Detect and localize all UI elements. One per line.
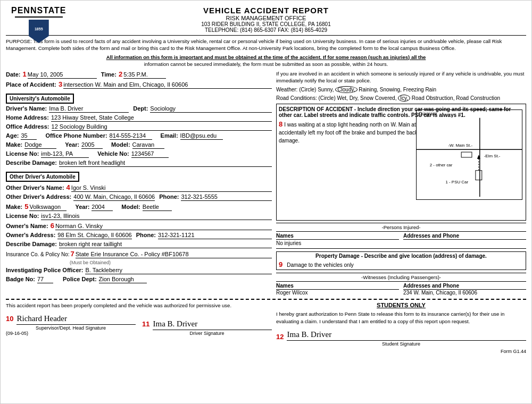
license-vehicle-row: License No: imb-123, PA Vehicle No: 1234… [6,150,272,158]
other-license-row: License No: isv1-23, Illinois [6,213,272,220]
model-value: Caravan [132,141,164,149]
diagram-area: Diagram -W. Main St.- -Elm St.- [416,110,522,200]
owner-name-value: Norman G. Vinsky [55,223,272,230]
badge-dept-row: Badge No: 77 Police Dept: Zion Borough [6,276,272,283]
other-make-year-model-row: Make: 5 Volkswagon Year: 2004 Model: Bee… [6,203,272,211]
sig3-cursive: Ima B. Driver [287,330,331,339]
owner-name-row: Owner's Name: 6 Norman G. Vinsky [6,222,272,230]
sig3-line: Ima B. Driver [287,328,526,341]
road-conditions-row: Road Conditions: (Circle) Wet, Dry, Snow… [276,95,526,102]
sig1-label: Supervisor/Dept. Head Signature [6,325,136,331]
desc-number: 8 [279,120,282,128]
svg-rect-2 [476,171,482,180]
date-label: Date: [6,71,21,78]
officer-label: Investigating Police Officer: [6,267,83,273]
sig2-number: 11 [142,320,149,328]
phone-value: 814-555-2134 [110,132,152,140]
vehicle-value: 1234567 [131,150,169,158]
driver-name-label: Driver's Name: [6,105,47,112]
insurance-row: Insurance Co. & Policy No: 7 State Erie … [6,250,272,258]
owner-address-row: Owner's Address: 98 Elm St. Chicago, Il … [6,232,272,239]
office-line: RISK MANAGEMENT OFFICE [201,15,330,21]
page: PENNSTATE 1855 VEHICLE ACCIDENT REPORT R… [0,0,532,404]
address-line: 103 RIDER BUILDING II, STATE COLLEGE, PA… [201,21,330,27]
vehicle-label: Vehicle No: [97,150,129,157]
left-column: Date: 1 May 10, 2005 Time: 2 5:35 P.M. P… [6,70,272,296]
diagram-svg: -W. Main St.- -Elm St.- 1 - PSU Car [417,117,522,197]
insurance-label: Insurance Co. & Policy No: [6,251,70,257]
other-license-value: isv1-23, Illinois [41,213,272,220]
other-driver-name-row: Other Driver's Name: 4 Igor S. Vinski [6,183,272,192]
owner-name-label: Owner's Name: [6,223,48,229]
road-main-label: -W. Main St.- [448,143,472,148]
footer-right: STUDENTS ONLY I hereby grant authorizati… [276,302,526,354]
dept-label: Dept: [133,105,148,112]
other-make-value: Volkswagon [29,204,66,211]
form-id: Form G1.44 [276,349,526,354]
right-column: If you are involved in an accident in wh… [276,70,526,296]
road-wet: Wet, [337,95,348,101]
age-label: Age: [6,132,19,139]
weather-raining: Raining, [359,87,378,92]
road-icy-circle: Icy, [398,95,410,102]
time-value: 5:35 P.M. [123,71,166,79]
office-address-value: 12 Sociology Building [52,123,272,131]
road-obstruction: Road Obstruction, [412,95,455,101]
road-dry: Dry, [350,95,359,101]
other-driver-address-label: Other Driver's Address: [6,193,71,200]
other-make-number: 5 [24,203,28,211]
other-year-value: 2004 [92,204,113,211]
dept-value: Sociology [150,105,272,113]
other-driver-name-number: 4 [66,183,70,191]
email-field: Email: IBD@psu.edu [161,132,227,140]
sig1-block: 10 Richard Header Supervisor/Dept. Head … [6,312,136,336]
owner-phone-label: Phone: [136,232,156,238]
important-text2: information cannot be secured immediatel… [6,61,526,67]
persons-addresses-col: Addresses and Phone [403,233,526,246]
damage-row: Describe Damage: broken left front headl… [6,159,272,167]
office-address-label: Office Address: [6,123,49,130]
diagram-inner: -W. Main St.- -Elm St.- 1 - PSU Car [417,117,522,197]
damage-label: Describe Damage: [6,159,57,166]
place-row: Place of Accident: 3 intersection W. Mai… [6,80,272,89]
weather-sunny: Sunny, [318,87,334,92]
car1-label: 1 - PSU Car [445,180,468,185]
other-year-field: Year: 2004 [75,204,117,211]
persons-row: Names No injuries Addresses and Phone [276,233,526,246]
road-snow: Snow Covered, [360,95,396,101]
email-label: Email: [161,132,178,139]
owner-address-value: 98 Elm St. Chicago, Il 60606 [57,232,131,239]
police-dept-value: Zion Borough [99,276,147,283]
officer-row: Investigating Police Officer: B. Tackleb… [6,267,272,274]
other-driver-address-row: Other Driver's Address: 400 W. Main, Chi… [6,193,272,201]
driver-name-value: Ima B. Driver [49,105,129,113]
students-header: STUDENTS ONLY [276,302,526,308]
persons-names-col: Names No injuries [276,233,399,246]
age-field: Age: 35 [6,132,41,140]
other-driver-phone-label: Phone: [159,193,179,200]
model-field: Model: Caravan [111,141,168,149]
date-value: May 10, 2005 [28,71,97,79]
make-year-model-row: Make: Dodge Year: 2005 Model: Caravan [6,141,272,149]
sig3-label: Student Signature [276,341,526,347]
svg-rect-5 [461,152,472,157]
purpose-text: PURPOSE: This form is used to record fac… [6,38,526,52]
witness-name1: Roger Wilcox [276,290,399,296]
property-number: 9 [279,260,282,268]
important-text1: All information on this form is importan… [6,54,526,60]
office-address-row: Office Address: 12 Sociology Building [6,123,272,131]
weather-freezing: Freezing Rain [403,87,436,92]
other-model-value: Beetle [143,204,172,211]
witnesses-header: -Witnesses (Including Passengers)- [276,273,526,282]
sig2-label: Driver Signature [142,331,272,336]
make-field: Make: Dodge [6,141,61,149]
property-label: Property Damage - Describe and give loca… [279,253,523,259]
property-damage-box: Property Damage - Describe and give loca… [276,251,526,270]
license-field: License No: imb-123, PA [6,150,93,158]
place-number: 3 [59,80,62,88]
witnesses-names-col: Names Roger Wilcox [276,283,399,296]
witnesses-names-label: Names [276,283,399,290]
year-field: Year: 2005 [65,141,107,149]
road-label: Road Conditions: (Circle) [276,95,336,101]
phone-label: Office Phone Number: [45,132,107,139]
